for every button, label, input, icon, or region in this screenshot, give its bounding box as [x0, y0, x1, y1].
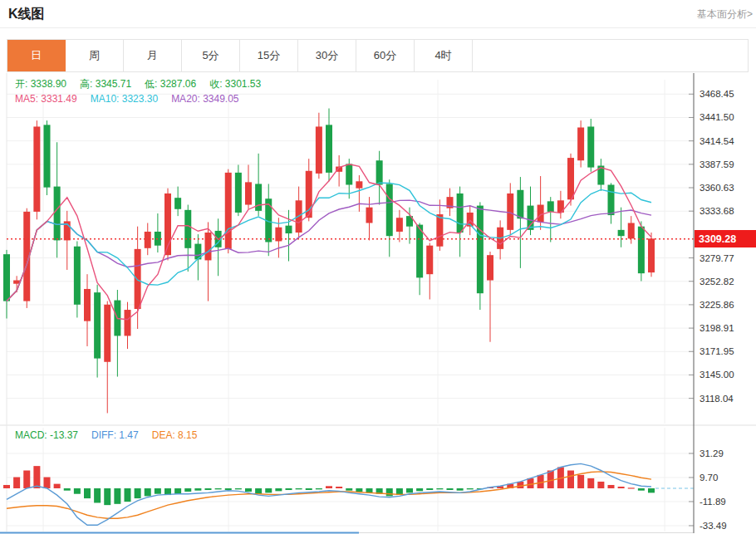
- macd-bar: [528, 478, 534, 488]
- macd-bar: [155, 488, 161, 494]
- macd-bar: [145, 488, 151, 496]
- ohlc-item-0: 开: 3338.90: [15, 78, 66, 90]
- kline-page: { "header": { "title": "K线图", "link": "基…: [0, 0, 756, 534]
- candle: [517, 190, 523, 218]
- candle: [477, 206, 484, 294]
- candle: [528, 206, 534, 230]
- macd-bar: [94, 488, 101, 502]
- candle: [3, 254, 10, 301]
- candle: [426, 246, 433, 275]
- macd-bar: [567, 471, 574, 488]
- macd-item-1: DIFF: 1.47: [91, 429, 139, 441]
- macd-bar: [296, 488, 302, 489]
- ma-item-1: MA10: 3323.30: [91, 93, 158, 105]
- candle: [587, 126, 594, 167]
- macd-bar: [135, 488, 141, 498]
- macd-bar: [184, 488, 191, 492]
- candle: [104, 305, 110, 362]
- macd-bar: [447, 488, 454, 490]
- ohlc-item-3: 收: 3301.53: [209, 78, 261, 90]
- candle: [386, 184, 393, 236]
- candle: [436, 214, 443, 247]
- candle: [346, 164, 352, 184]
- macd-bar: [13, 478, 20, 488]
- candle: [235, 173, 242, 213]
- candle: [33, 126, 40, 211]
- candle: [648, 238, 655, 272]
- candle: [225, 173, 232, 249]
- macd-bar: [174, 488, 181, 494]
- ma-legend-row: MA5: 3331.49MA10: 3323.30MA20: 3349.05: [15, 93, 253, 105]
- macd-bar: [406, 488, 413, 492]
- price-axis-tick: 3333.68: [700, 206, 734, 216]
- macd-bar: [306, 488, 312, 490]
- price-axis-tick: 3145.00: [700, 370, 734, 380]
- candle: [547, 201, 554, 212]
- candle: [457, 194, 464, 233]
- macd-bar: [84, 488, 91, 498]
- candle: [577, 128, 584, 161]
- macd-bar: [326, 486, 332, 488]
- price-axis-tick: 3387.59: [700, 159, 734, 169]
- macd-axis-tick: 9.70: [700, 473, 718, 483]
- candle: [94, 292, 101, 358]
- macd-bar: [225, 488, 232, 490]
- price-axis-tick: 3198.91: [700, 323, 734, 333]
- candle: [205, 233, 212, 260]
- candle: [416, 225, 423, 278]
- ohlc-item-1: 高: 3345.71: [80, 78, 131, 90]
- macd-bar: [245, 488, 252, 492]
- macd-bar: [316, 488, 322, 489]
- macd-bar: [114, 488, 120, 504]
- candle: [628, 223, 635, 239]
- candle: [74, 247, 81, 305]
- candle: [44, 125, 51, 187]
- macd-bar: [215, 488, 222, 489]
- macd-bar: [386, 488, 393, 496]
- candle: [135, 249, 141, 309]
- candle: [255, 184, 262, 210]
- macd-bar: [255, 488, 262, 494]
- candle: [567, 158, 574, 199]
- macd-axis-tick: -33.49: [700, 521, 727, 531]
- candle: [326, 125, 332, 173]
- price-axis-tick: 3225.86: [700, 300, 734, 310]
- price-axis-tick: 3441.50: [700, 112, 734, 122]
- macd-item-2: DEA: 8.15: [152, 429, 198, 441]
- candle: [538, 205, 544, 223]
- candle: [125, 310, 131, 336]
- candle: [487, 255, 493, 280]
- candle: [608, 185, 615, 216]
- macd-legend-row: MACD: -13.37DIFF: 1.47DEA: 8.15: [15, 429, 210, 441]
- price-axis-tick: 3171.95: [700, 346, 734, 356]
- macd-bar: [628, 487, 635, 488]
- candle: [316, 126, 322, 173]
- macd-bar: [125, 488, 131, 502]
- candle: [507, 194, 513, 230]
- candle: [366, 208, 373, 223]
- macd-axis-tick: -11.89: [700, 497, 726, 507]
- macd-bar: [618, 487, 625, 488]
- macd-bar: [426, 488, 433, 490]
- candle: [245, 182, 252, 204]
- candle: [376, 160, 383, 184]
- macd-bar: [648, 488, 655, 492]
- macd-item-0: MACD: -13.37: [15, 429, 78, 441]
- macd-bar: [577, 475, 584, 488]
- macd-axis-tick: 31.29: [700, 448, 724, 458]
- price-axis-tick: 3468.45: [700, 89, 734, 99]
- macd-bar: [608, 485, 615, 488]
- macd-bar: [64, 488, 71, 491]
- macd-bar: [44, 478, 51, 488]
- price-axis-tick: 3414.54: [700, 136, 734, 146]
- price-axis-tick: 3279.77: [700, 253, 734, 263]
- candle: [618, 230, 625, 236]
- macd-bar: [54, 484, 61, 488]
- macd-bar: [346, 488, 352, 491]
- macd-bar: [275, 488, 282, 491]
- macd-bar: [587, 478, 594, 488]
- candle: [286, 226, 292, 233]
- candle: [84, 289, 91, 321]
- macd-bar: [538, 475, 544, 488]
- macd-bar: [74, 488, 81, 494]
